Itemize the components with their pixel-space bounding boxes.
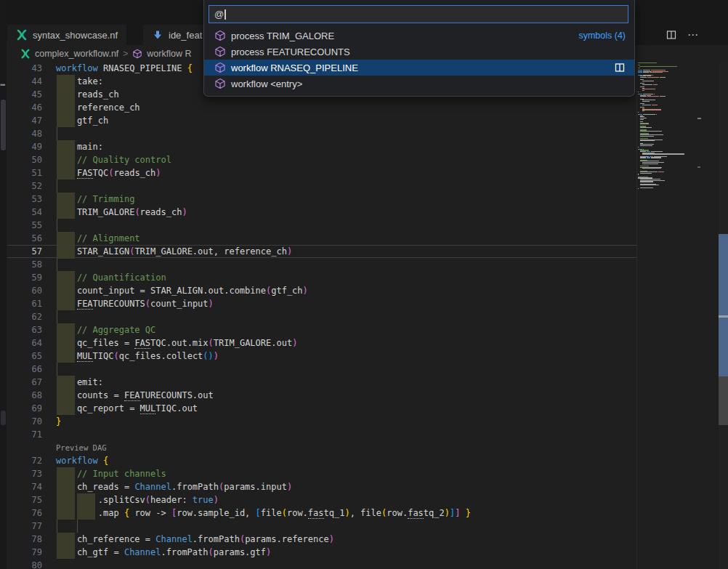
code-line[interactable]: 69 qc_report = MULTIQC.out bbox=[7, 402, 636, 415]
code-line[interactable]: 72workflow { bbox=[7, 454, 636, 467]
line-number[interactable]: 78 bbox=[7, 533, 42, 546]
minimap-line bbox=[638, 112, 639, 113]
code-line[interactable]: 63 // Aggregate QC bbox=[7, 323, 636, 336]
line-number[interactable]: 65 bbox=[7, 350, 42, 363]
code-line[interactable]: 60 count_input = STAR_ALIGN.out.combine(… bbox=[7, 284, 636, 297]
code-line[interactable]: 77 bbox=[7, 520, 636, 533]
code-line[interactable]: 80 bbox=[7, 559, 636, 569]
line-number[interactable]: 48 bbox=[7, 127, 42, 140]
code-line[interactable]: 59 // Quantification bbox=[7, 271, 636, 284]
code-line[interactable]: 49 main: bbox=[7, 140, 636, 153]
code-text: emit: bbox=[56, 376, 103, 389]
code-line[interactable]: 78 ch_reference = Channel.fromPath(param… bbox=[7, 533, 636, 546]
code-line[interactable]: 79 ch_gtf = Channel.fromPath(params.gtf) bbox=[7, 546, 636, 559]
code-line[interactable]: 57 STAR_ALIGN(TRIM_GALORE.out, reference… bbox=[7, 245, 636, 258]
minimap[interactable] bbox=[638, 62, 702, 569]
breadcrumb-file[interactable]: complex_workflow.nf bbox=[35, 49, 118, 59]
split-editor-icon[interactable] bbox=[614, 62, 626, 73]
line-number[interactable]: 74 bbox=[7, 480, 42, 493]
code-line[interactable]: 48 bbox=[7, 127, 636, 140]
line-number[interactable]: 63 bbox=[7, 323, 42, 336]
code-line[interactable]: 64 qc_files = FASTQC.out.mix(TRIM_GALORE… bbox=[7, 336, 636, 350]
line-number[interactable]: 72 bbox=[7, 454, 42, 467]
code-line[interactable]: 65 MULTIQC(qc_files.collect()) bbox=[7, 350, 636, 363]
code-line[interactable]: 53 // Trimming bbox=[7, 193, 636, 206]
code-line[interactable]: 62 bbox=[7, 310, 636, 323]
code-text: workflow RNASEQ_PIPELINE { bbox=[56, 62, 193, 75]
line-number[interactable]: 50 bbox=[7, 153, 42, 166]
line-number[interactable]: 66 bbox=[7, 363, 42, 376]
line-number[interactable]: 58 bbox=[7, 258, 42, 271]
code-text: // Alignment bbox=[56, 232, 140, 245]
scrollbar-range-highlight bbox=[719, 234, 728, 376]
line-number[interactable]: 45 bbox=[7, 88, 42, 101]
line-number[interactable]: 67 bbox=[7, 376, 42, 389]
code-line[interactable]: 52 bbox=[7, 179, 636, 193]
scrollbar-track[interactable] bbox=[719, 62, 728, 569]
line-number[interactable]: 56 bbox=[7, 232, 42, 245]
code-line[interactable]: 54 TRIM_GALORE(reads_ch) bbox=[7, 206, 636, 219]
line-number[interactable]: 69 bbox=[7, 402, 42, 415]
code-line[interactable]: 55 bbox=[7, 219, 636, 232]
quickpick-item[interactable]: workflow <entry> bbox=[204, 76, 634, 92]
line-number[interactable]: 64 bbox=[7, 336, 42, 350]
line-number[interactable]: 70 bbox=[7, 415, 42, 428]
line-number[interactable]: 53 bbox=[7, 193, 42, 206]
line-number[interactable]: 49 bbox=[7, 140, 42, 153]
line-number[interactable]: 43 bbox=[7, 62, 42, 75]
quickpick-item[interactable]: process FEATURECOUNTS bbox=[204, 44, 634, 60]
code-line[interactable]: 75 .splitCsv(header: true) bbox=[7, 493, 636, 507]
code-line[interactable]: 51 FASTQC(reads_ch) bbox=[7, 166, 636, 179]
line-number[interactable]: 62 bbox=[7, 310, 42, 323]
code-line[interactable]: 74 ch_reads = Channel.fromPath(params.in… bbox=[7, 480, 636, 493]
left-scroll-handle[interactable] bbox=[1, 100, 6, 150]
more-actions-icon[interactable]: ⋯ bbox=[687, 28, 699, 41]
line-number[interactable]: 52 bbox=[7, 179, 42, 193]
item-meta-symbols[interactable]: symbols (4) bbox=[578, 31, 626, 41]
code-line[interactable]: 46 reference_ch bbox=[7, 101, 636, 114]
code-line[interactable]: 73 // Input channels bbox=[7, 467, 636, 480]
overflow-dots-icon[interactable]: ••• bbox=[0, 81, 4, 89]
quickpick-item[interactable]: process TRIM_GALOREsymbols (4) bbox=[204, 28, 634, 44]
line-number[interactable]: 77 bbox=[7, 520, 42, 533]
line-number[interactable]: 80 bbox=[7, 559, 42, 569]
line-number[interactable]: 61 bbox=[7, 297, 42, 310]
code-line[interactable]: 66 bbox=[7, 363, 636, 376]
codelens-preview-dag[interactable]: Preview DAG bbox=[56, 441, 107, 454]
code-line[interactable]: 71 bbox=[7, 428, 636, 441]
line-number[interactable]: 59 bbox=[7, 271, 42, 284]
line-number[interactable]: 73 bbox=[7, 467, 42, 480]
code-line[interactable]: 56 // Alignment bbox=[7, 232, 636, 245]
line-number[interactable]: 68 bbox=[7, 389, 42, 402]
quickpick-input[interactable]: @ bbox=[209, 5, 628, 23]
code-editor[interactable]: 43workflow RNASEQ_PIPELINE {44 take:45 r… bbox=[7, 62, 636, 569]
line-number[interactable]: 46 bbox=[7, 101, 42, 114]
code-line[interactable]: 70} bbox=[7, 415, 636, 428]
line-number[interactable]: 55 bbox=[7, 219, 42, 232]
line-number[interactable]: 47 bbox=[7, 114, 42, 127]
scrollbar-slider[interactable] bbox=[719, 376, 728, 425]
breadcrumb-symbol[interactable]: workflow R bbox=[147, 49, 191, 59]
line-number[interactable]: 60 bbox=[7, 284, 42, 297]
minimap-line bbox=[653, 84, 658, 85]
code-line[interactable]: 67 emit: bbox=[7, 376, 636, 389]
code-line[interactable]: 50 // Quality control bbox=[7, 153, 636, 166]
line-number[interactable]: 79 bbox=[7, 546, 42, 559]
line-number[interactable]: 71 bbox=[7, 428, 42, 441]
code-line[interactable]: 61 FEATURECOUNTS(count_input) bbox=[7, 297, 636, 310]
line-number[interactable]: 75 bbox=[7, 493, 42, 507]
code-line[interactable]: 58 bbox=[7, 258, 636, 271]
line-number[interactable]: 57 bbox=[7, 246, 42, 257]
line-number[interactable]: 51 bbox=[7, 166, 42, 179]
code-line[interactable]: 76 .map { row -> [row.sample_id, [file(r… bbox=[7, 507, 636, 520]
split-editor-icon[interactable] bbox=[666, 29, 677, 41]
line-number[interactable]: 44 bbox=[7, 75, 42, 88]
item-label: process FEATURECOUNTS bbox=[231, 47, 350, 57]
code-line[interactable]: 68 counts = FEATURECOUNTS.out bbox=[7, 389, 636, 402]
line-number[interactable]: 76 bbox=[7, 507, 42, 520]
line-number[interactable]: 54 bbox=[7, 206, 42, 219]
tab-syntax-showcase[interactable]: syntax_showcase.nf bbox=[7, 25, 127, 45]
code-line[interactable]: 47 gtf_ch bbox=[7, 114, 636, 127]
left-scroll-handle[interactable] bbox=[1, 411, 6, 425]
quickpick-item[interactable]: workflow RNASEQ_PIPELINE bbox=[204, 60, 634, 76]
